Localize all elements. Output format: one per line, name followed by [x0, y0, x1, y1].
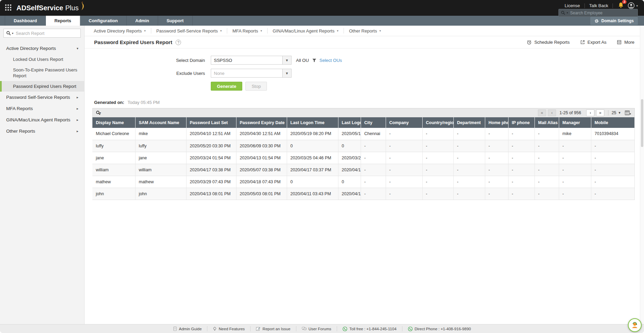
table-row: william william 2020/04/17 03:38 PM 2020…: [92, 164, 635, 176]
select-ous-link[interactable]: Select OUs: [320, 58, 342, 63]
chevron-down-icon: ▼: [282, 69, 291, 77]
table-cell: 2020/04/17 03:37 PM: [338, 164, 361, 176]
report-search[interactable]: ▾: [3, 29, 81, 38]
table-cell: -: [422, 128, 453, 140]
subnav-item[interactable]: Active Directory Reports ▾: [89, 28, 151, 34]
next-page-button[interactable]: ›: [586, 109, 594, 116]
table-cell: jane: [92, 152, 135, 164]
generated-timestamp: Today 05:45 PM: [128, 100, 160, 105]
column-header[interactable]: Last Logon Timestamp▼: [338, 117, 361, 128]
sidebar-category[interactable]: MFA Reports ▸: [0, 103, 84, 114]
column-header[interactable]: Display Name▼: [92, 117, 135, 128]
sidebar-category[interactable]: Password Self-Service Reports ▸: [0, 92, 84, 103]
column-header[interactable]: Department▼: [453, 117, 485, 128]
app-grid-icon[interactable]: [5, 4, 12, 12]
column-header[interactable]: City▼: [361, 117, 386, 128]
table-cell: william: [92, 164, 135, 176]
table-cell: -: [422, 176, 453, 188]
brand-suffix: Plus: [65, 4, 79, 12]
table-cell: -: [534, 128, 559, 140]
table-cell: 2020/04/17 03:37 PM: [287, 164, 338, 176]
report-category-nav: Active Directory Reports ▾ Password Self…: [85, 26, 644, 36]
table-cell: -: [453, 188, 485, 200]
filter-funnel-icon[interactable]: [312, 58, 317, 63]
table-cell: 2020/05/20 03:30 PM: [186, 140, 236, 152]
sidebar-category[interactable]: Other Reports ▸: [0, 125, 84, 137]
more-button[interactable]: More: [617, 40, 634, 45]
first-page-button[interactable]: «: [538, 109, 546, 116]
table-cell: -: [453, 128, 485, 140]
export-as-button[interactable]: Export As: [580, 40, 607, 45]
column-header[interactable]: Manager▼: [559, 117, 591, 128]
sidebar-category[interactable]: GINA/Mac/Linux Agent Reports ▸: [0, 114, 84, 125]
prev-page-button[interactable]: ‹: [548, 109, 556, 116]
tab-support[interactable]: Support: [158, 16, 193, 26]
subnav-item[interactable]: Other Reports ▾: [344, 28, 386, 34]
column-header[interactable]: Password Last Set▼: [186, 117, 236, 128]
sidebar-item-soon-to-expire-password-users-report[interactable]: Soon-To-Expire Password Users Report: [0, 65, 84, 81]
sidebar-category-active-directory-reports[interactable]: Active Directory Reports ▾: [0, 43, 84, 54]
admin-guide-link[interactable]: Admin Guide: [168, 326, 207, 331]
employee-search[interactable]: ▾: [558, 9, 638, 17]
subnav-item[interactable]: GINA/Mac/Linux Agent Reports ▾: [268, 28, 344, 34]
column-header[interactable]: Password Expiry Date▼: [236, 117, 287, 128]
column-header[interactable]: Mail Alias▼: [534, 117, 559, 128]
toll-free-phone[interactable]: Toll free : +1-844-245-1104: [337, 326, 402, 331]
sidebar-item-locked-out-users-report[interactable]: Locked Out Users Report: [0, 54, 84, 65]
table-toolbar: ▾ « ‹ 1-25 of 956 › » 25 ▼: [92, 108, 635, 117]
license-link[interactable]: License: [560, 3, 584, 8]
tab-configuration[interactable]: Configuration: [80, 16, 127, 26]
report-table-section: ▾ « ‹ 1-25 of 956 › » 25 ▼: [92, 108, 635, 200]
user-menu[interactable]: ▾: [628, 2, 638, 9]
subnav-item[interactable]: MFA Reports ▾: [227, 28, 268, 34]
add-remove-columns-icon[interactable]: [625, 110, 631, 116]
chevron-down-icon: ▾: [77, 46, 78, 50]
help-icon[interactable]: ?: [176, 40, 181, 45]
tab-reports[interactable]: Reports: [46, 16, 80, 26]
notifications-bell-icon[interactable]: 2: [618, 2, 624, 10]
report-search-input[interactable]: [16, 31, 78, 36]
app-logo: ADSelfService Plus: [16, 3, 86, 13]
talk-back-link[interactable]: Talk Back: [585, 3, 613, 8]
table-cell: 0: [287, 140, 338, 152]
subnav-item[interactable]: Password Self-Service Reports ▾: [151, 28, 227, 34]
column-header[interactable]: Last Logon Time▼: [287, 117, 338, 128]
column-header[interactable]: Home phone▼: [485, 117, 508, 128]
table-cell: -: [453, 140, 485, 152]
domain-settings-button[interactable]: Domain Settings: [590, 17, 638, 25]
page-size-select[interactable]: 25 ▼: [611, 110, 621, 115]
main-area: ▾ Active Directory Reports ▾ Locked Out …: [0, 26, 644, 324]
tab-admin[interactable]: Admin: [127, 16, 158, 26]
table-cell: -: [361, 152, 386, 164]
table-cell: -: [591, 188, 635, 200]
stop-button[interactable]: Stop: [245, 82, 267, 91]
report-an-issue-link[interactable]: Report an Issue: [250, 326, 296, 331]
exclude-users-dropdown[interactable]: None ▼: [211, 69, 292, 78]
employee-search-input[interactable]: [570, 11, 635, 15]
page-range: 1-25 of 956: [559, 110, 581, 115]
avatar-icon: [628, 2, 635, 9]
need-features-link[interactable]: Need Features: [207, 326, 250, 331]
tab-dashboard[interactable]: Dashboard: [5, 16, 46, 26]
user-forums-link[interactable]: User Forums: [296, 326, 337, 331]
chevron-down-icon[interactable]: ▾: [100, 111, 101, 115]
last-page-button[interactable]: »: [596, 109, 604, 116]
select-domain-dropdown[interactable]: SSPSSO ▼: [211, 56, 292, 65]
table-cell: 0: [287, 176, 338, 188]
column-header[interactable]: Country/region▼: [422, 117, 453, 128]
scrollbar-thumb[interactable]: [641, 99, 643, 147]
chevron-right-icon: ▸: [77, 107, 78, 110]
direct-phone[interactable]: Direct Phone : +1-408-916-9890: [402, 326, 477, 331]
generate-button[interactable]: Generate: [211, 82, 242, 91]
support-chat-button[interactable]: [628, 318, 642, 332]
schedule-reports-button[interactable]: Schedule Reports: [527, 40, 569, 45]
column-header[interactable]: SAM Account Name▼: [135, 117, 186, 128]
table-cell: -: [422, 152, 453, 164]
report-content: Active Directory Reports ▾ Password Self…: [85, 26, 644, 324]
column-header[interactable]: IP phone▼: [508, 117, 534, 128]
column-header[interactable]: Company▼: [386, 117, 422, 128]
sidebar-item-password-expired-users-report[interactable]: Password Expired Users Report: [0, 81, 84, 92]
column-header[interactable]: Mobile▼: [591, 117, 635, 128]
table-cell: 2020/04/13 01:54 PM: [236, 152, 287, 164]
export-icon: [580, 40, 585, 45]
